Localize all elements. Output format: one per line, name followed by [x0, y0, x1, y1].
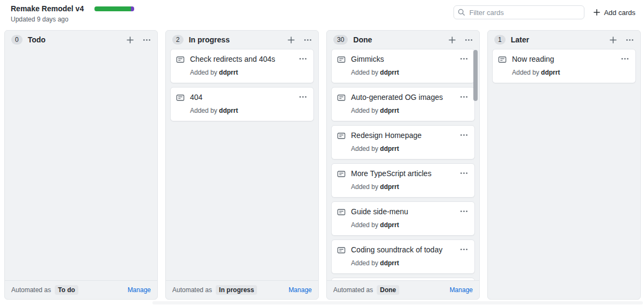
column-cards: Gimmicks Added by ddprrt Auto-generated …	[327, 49, 479, 280]
note-icon	[498, 55, 507, 64]
card-author[interactable]: ddprrt	[380, 183, 399, 191]
manage-automation-link[interactable]: Manage	[289, 286, 312, 294]
card-menu-button[interactable]	[459, 207, 469, 215]
card-gimmicks[interactable]: Gimmicks Added by ddprrt	[331, 49, 475, 83]
card-title: Check redirects and 404s	[190, 55, 275, 64]
card-coding-soundtrack-of-today[interactable]: Coding soundtrack of today Added by ddpr…	[331, 239, 475, 274]
card-author[interactable]: ddprrt	[219, 107, 238, 114]
card-now-reading[interactable]: Now reading Added by ddprrt	[492, 49, 636, 83]
card-added-by: Added by ddprrt	[351, 145, 469, 152]
column-todo: 0 Todo Automated as To do Manage	[4, 30, 158, 300]
card-author[interactable]: ddprrt	[219, 69, 238, 76]
filter-cards-field	[453, 5, 584, 19]
column-menu-button[interactable]	[465, 36, 473, 44]
column-title: Todo	[28, 35, 46, 44]
manage-automation-link[interactable]: Manage	[450, 286, 473, 294]
kebab-icon	[460, 93, 468, 101]
card-added-by: Added by ddprrt	[351, 69, 469, 76]
card-title: 404	[190, 93, 202, 102]
card-title: Guide side-menu	[351, 207, 408, 216]
note-icon	[337, 208, 346, 216]
add-cards-label: Add cards	[604, 9, 635, 17]
add-cards-button[interactable]: Add cards	[593, 9, 635, 17]
card-auto-generated-og-images[interactable]: Auto-generated OG images Added by ddprrt	[331, 87, 475, 121]
card-author[interactable]: ddprrt	[380, 221, 399, 229]
column-done: 30 Done Gimmicks Added by ddprrt Auto-ge…	[326, 30, 480, 300]
card-menu-button[interactable]	[298, 93, 308, 101]
kebab-icon	[299, 93, 307, 101]
column-count-badge: 0	[11, 35, 23, 45]
column-header: 0 Todo	[5, 31, 157, 49]
horizontal-scrollbar[interactable]	[152, 301, 643, 304]
filter-cards-input[interactable]	[453, 5, 584, 19]
note-icon	[337, 170, 346, 178]
card-contact[interactable]: Contact Added by ddprrt	[331, 278, 475, 280]
kebab-icon	[304, 36, 312, 44]
plus-icon	[126, 36, 134, 44]
plus-icon	[593, 9, 601, 16]
last-updated-text: Updated 9 days ago	[11, 16, 134, 23]
card-title: More TypeScript articles	[351, 169, 431, 178]
board-header: Remake Remodel v4 Updated 9 days ago Add…	[0, 0, 644, 27]
card-404[interactable]: 404 Added by ddprrt	[170, 87, 314, 121]
column-cards: Now reading Added by ddprrt	[488, 49, 640, 299]
card-added-by: Added by ddprrt	[512, 69, 630, 76]
column-title: Done	[353, 35, 372, 44]
automated-as-label: Automated as	[172, 286, 212, 294]
add-card-button[interactable]	[448, 36, 456, 44]
column-automation-footer: Automated as Done Manage	[327, 280, 479, 299]
card-author[interactable]: ddprrt	[380, 69, 399, 76]
add-card-button[interactable]	[609, 36, 617, 44]
card-title: Gimmicks	[351, 55, 384, 64]
card-title: Now reading	[512, 55, 554, 64]
card-author[interactable]: ddprrt	[380, 259, 399, 267]
note-icon	[337, 246, 346, 255]
plus-icon	[609, 36, 617, 44]
column-menu-button[interactable]	[304, 36, 312, 44]
card-added-by: Added by ddprrt	[351, 259, 469, 267]
card-menu-button[interactable]	[459, 169, 469, 177]
page-title: Remake Remodel v4	[11, 4, 84, 13]
column-count-badge: 30	[333, 35, 348, 45]
card-menu-button[interactable]	[459, 131, 469, 139]
kebab-icon	[460, 55, 468, 63]
note-icon	[337, 132, 346, 140]
card-author[interactable]: ddprrt	[380, 107, 399, 114]
kebab-icon	[621, 55, 629, 63]
add-card-button[interactable]	[126, 36, 134, 44]
automation-state-badge: To do	[55, 285, 78, 295]
plus-icon	[287, 36, 295, 44]
card-added-by: Added by ddprrt	[190, 69, 308, 76]
note-icon	[337, 93, 346, 102]
card-added-by: Added by ddprrt	[351, 221, 469, 229]
card-redesign-homepage[interactable]: Redesign Homepage Added by ddprrt	[331, 125, 475, 159]
column-count-badge: 1	[494, 35, 506, 45]
card-more-typescript-articles[interactable]: More TypeScript articles Added by ddprrt	[331, 163, 475, 198]
column-header: 2 In progress	[166, 31, 318, 49]
kebab-icon	[143, 36, 151, 44]
automated-as-label: Automated as	[333, 286, 373, 294]
card-menu-button[interactable]	[459, 55, 469, 63]
card-menu-button[interactable]	[298, 55, 308, 63]
card-menu-button[interactable]	[459, 93, 469, 101]
kebab-icon	[460, 131, 468, 139]
card-added-by: Added by ddprrt	[190, 107, 308, 114]
progress-done-segment	[94, 6, 131, 11]
column-menu-button[interactable]	[626, 36, 634, 44]
progress-in-progress-segment	[131, 6, 134, 11]
card-menu-button[interactable]	[459, 245, 469, 253]
column-scrollbar-thumb[interactable]	[473, 50, 478, 101]
note-icon	[337, 55, 346, 64]
card-author[interactable]: ddprrt	[541, 69, 560, 76]
project-title-block: Remake Remodel v4 Updated 9 days ago	[11, 4, 134, 23]
column-header: 1 Later	[488, 31, 640, 49]
card-author[interactable]: ddprrt	[380, 145, 399, 152]
card-menu-button[interactable]	[620, 55, 630, 63]
column-menu-button[interactable]	[143, 36, 151, 44]
card-check-redirects-and-404s[interactable]: Check redirects and 404s Added by ddprrt	[170, 49, 314, 83]
add-card-button[interactable]	[287, 36, 295, 44]
card-guide-side-menu[interactable]: Guide side-menu Added by ddprrt	[331, 201, 475, 236]
manage-automation-link[interactable]: Manage	[128, 286, 151, 294]
kebab-icon	[626, 36, 634, 44]
note-icon	[176, 55, 185, 64]
